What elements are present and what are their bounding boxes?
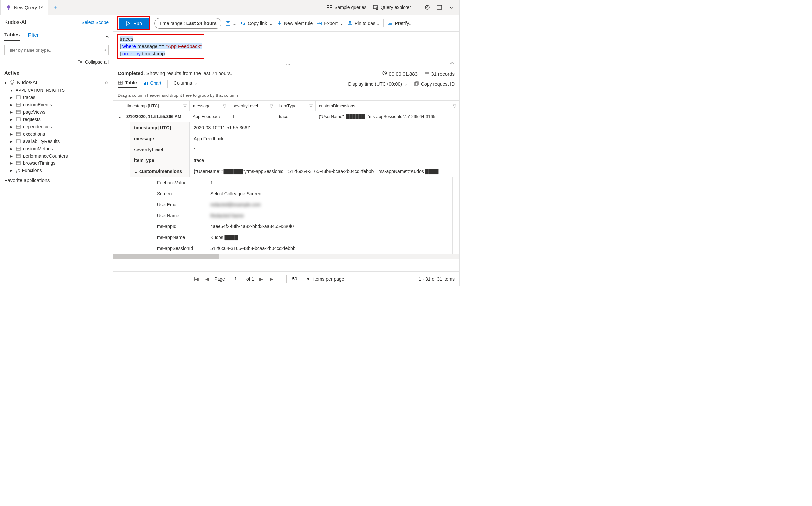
save-button[interactable]: ... (225, 20, 237, 26)
filter-icon[interactable]: ▽ (270, 103, 273, 108)
records-icon (425, 70, 430, 76)
panel-button[interactable] (437, 5, 442, 10)
display-time-select[interactable]: Display time (UTC+00:00) ⌄ (348, 81, 408, 87)
plus-icon (277, 20, 282, 26)
select-scope-link[interactable]: Select Scope (82, 19, 109, 25)
tree-table-customEvents[interactable]: ▸customEvents (10, 101, 109, 108)
collapse-editor-button[interactable]: ︽ (450, 59, 455, 65)
view-chart-tab[interactable]: Chart (143, 80, 162, 88)
tree-functions[interactable]: ▸ƒxFunctions (10, 167, 109, 174)
horizontal-scrollbar[interactable] (113, 254, 459, 259)
tree-root[interactable]: ▾ Kudos-AI ☆ ▾APPLICATION INSIGHTS ▸trac… (4, 78, 109, 174)
query-editor[interactable]: traces | where message == "App Feedback"… (113, 31, 459, 67)
last-page-button[interactable]: ▶I (268, 276, 276, 281)
page-input[interactable] (229, 274, 242, 283)
new-tab-button[interactable]: + (49, 0, 63, 15)
svg-rect-30 (16, 147, 20, 150)
svg-rect-18 (16, 103, 20, 106)
query-tab[interactable]: New Query 1* (0, 0, 49, 15)
custom-dimensions-table: FeebackValue1ScreenSelect Colleague Scre… (153, 177, 453, 254)
status-bar: Completed. Showing results from the last… (113, 67, 459, 80)
format-icon (387, 20, 393, 26)
svg-rect-22 (16, 118, 20, 121)
chevron-down-icon (449, 5, 454, 10)
tree-table-pageViews[interactable]: ▸pageViews (10, 108, 109, 116)
next-page-button[interactable]: ▶ (258, 276, 264, 281)
tree-table-browserTimings[interactable]: ▸browserTimings (10, 160, 109, 167)
column-header[interactable]: timestamp [UTC]▽ (123, 101, 190, 111)
pin-icon (348, 20, 353, 26)
time-range-selector[interactable]: Time range : Last 24 hours (154, 18, 221, 28)
tab-filter[interactable]: Filter (27, 32, 38, 40)
tree-table-requests[interactable]: ▸requests (10, 116, 109, 123)
page-size-select[interactable] (286, 274, 303, 283)
record-count: 31 records (425, 70, 455, 77)
table-row[interactable]: ⌄ 3/10/2020, 11:51:55.366 AM App Feedbac… (113, 111, 459, 122)
tree-table-performanceCounters[interactable]: ▸performanceCounters (10, 152, 109, 160)
tab-tables[interactable]: Tables (4, 32, 19, 41)
pin-button[interactable]: Pin to das... (348, 20, 379, 26)
group-hint[interactable]: Drag a column header and drop it here to… (113, 90, 459, 101)
sample-icon (327, 5, 332, 10)
bulb-icon (6, 5, 11, 10)
collapse-icon (78, 59, 83, 65)
collapse-sidebar-button[interactable]: « (106, 33, 109, 39)
copy-link-button[interactable]: Copy link ⌄ (240, 20, 273, 26)
run-button[interactable]: Run (119, 18, 149, 28)
tab-title: New Query 1* (14, 5, 43, 10)
first-page-button[interactable]: I◀ (192, 276, 200, 281)
view-table-tab[interactable]: Table (118, 80, 137, 88)
filter-icon[interactable]: ▽ (183, 103, 187, 108)
column-header[interactable]: severityLevel▽ (230, 101, 276, 111)
chevron-down-button[interactable] (449, 5, 454, 10)
svg-rect-26 (16, 132, 20, 136)
tree-table-traces[interactable]: ▸traces (10, 94, 109, 101)
svg-rect-3 (327, 7, 329, 8)
sample-queries-button[interactable]: Sample queries (327, 5, 366, 10)
active-header: Active (4, 70, 109, 76)
copy-request-id-button[interactable]: Copy request ID (414, 81, 455, 87)
query-toolbar: Run Time range : Last 24 hours ... Copy … (113, 15, 459, 31)
svg-rect-24 (16, 125, 20, 128)
column-header[interactable]: message▽ (190, 101, 230, 111)
column-header[interactable]: customDimensions▽ (315, 101, 459, 111)
prev-page-button[interactable]: ◀ (204, 276, 210, 281)
svg-rect-36 (226, 21, 230, 25)
tree-table-dependencies[interactable]: ▸dependencies (10, 123, 109, 130)
search-input[interactable] (4, 45, 109, 55)
new-alert-button[interactable]: New alert rule (277, 20, 313, 26)
filter-icon[interactable]: ▽ (309, 103, 313, 108)
expand-row-icon[interactable]: ⌄ (116, 114, 123, 119)
svg-rect-15 (12, 83, 13, 84)
results-grid: timestamp [UTC]▽message▽severityLevel▽it… (113, 101, 459, 271)
star-icon[interactable]: ☆ (104, 80, 109, 85)
gear-icon (425, 5, 430, 10)
columns-button[interactable]: Columns ⌄ (174, 80, 198, 88)
tree-table-availabilityResults[interactable]: ▸availabilityResults (10, 138, 109, 145)
filter-icon[interactable]: ▽ (453, 103, 456, 108)
svg-rect-47 (147, 82, 148, 85)
svg-rect-37 (227, 21, 229, 22)
collapse-all-button[interactable]: Collapse all (0, 57, 113, 67)
svg-rect-1 (8, 9, 9, 10)
clock-icon (382, 70, 387, 76)
explorer-icon (373, 5, 378, 10)
sidebar: Kudos-AI Select Scope Tables Filter « ⌕ … (0, 15, 113, 286)
tree-table-exceptions[interactable]: ▸exceptions (10, 130, 109, 138)
svg-rect-6 (330, 7, 332, 8)
query-explorer-button[interactable]: Query explorer (373, 5, 411, 10)
svg-rect-16 (16, 96, 20, 99)
svg-rect-4 (327, 9, 329, 9)
resize-handle[interactable]: ⋯ (286, 62, 290, 67)
svg-rect-45 (144, 83, 145, 85)
svg-rect-5 (330, 5, 332, 6)
export-button[interactable]: Export ⌄ (317, 20, 343, 26)
column-header[interactable]: itemType▽ (276, 101, 315, 111)
settings-button[interactable] (425, 5, 430, 10)
tree-table-customMetrics[interactable]: ▸customMetrics (10, 145, 109, 152)
play-icon (125, 20, 130, 26)
prettify-button[interactable]: Prettify... (387, 20, 413, 26)
tree-category[interactable]: ▾APPLICATION INSIGHTS (4, 87, 109, 94)
filter-icon[interactable]: ▽ (223, 103, 227, 108)
panel-icon (437, 5, 442, 10)
